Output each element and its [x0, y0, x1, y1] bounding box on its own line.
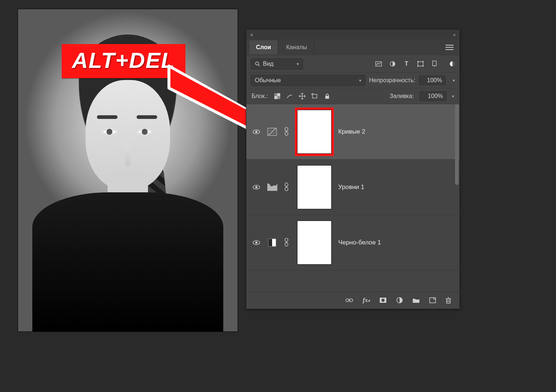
scrollbar-thumb[interactable] [455, 104, 459, 185]
svg-line-4 [258, 65, 260, 66]
lock-position-icon[interactable] [299, 93, 306, 99]
close-panel-button[interactable]: × [250, 32, 253, 38]
visibility-toggle[interactable] [252, 240, 260, 245]
adjustment-thumb-icon[interactable] [267, 183, 277, 192]
portrait-nose [125, 145, 131, 167]
lock-paint-icon[interactable] [286, 93, 293, 99]
layer-row[interactable]: Кривые 2 [246, 104, 459, 160]
svg-rect-14 [274, 93, 277, 96]
layers-panel: × « Слои Каналы Вид ▾ T [246, 29, 460, 309]
svg-rect-7 [418, 62, 423, 66]
svg-rect-34 [267, 184, 268, 191]
svg-point-3 [256, 62, 259, 65]
layer-mask-thumb[interactable] [297, 221, 332, 265]
svg-rect-12 [433, 61, 436, 66]
svg-point-52 [255, 242, 257, 244]
filter-pixel-icon[interactable] [375, 60, 382, 68]
new-adjustment-button[interactable] [396, 297, 403, 304]
chevron-down-icon[interactable]: ▾ [452, 94, 454, 99]
layers-panel-footer: fx▾ [246, 291, 459, 309]
layer-row[interactable]: Черно-белое 1 [246, 215, 459, 271]
lock-transparency-icon[interactable] [274, 93, 281, 99]
mask-link-icon[interactable] [284, 182, 290, 192]
visibility-toggle[interactable] [252, 129, 260, 134]
blend-mode-value: Обычные [255, 77, 281, 84]
filter-type-icon[interactable]: T [403, 60, 410, 68]
filter-adjust-icon[interactable] [389, 60, 396, 68]
layer-search-label: Вид [263, 61, 274, 67]
panel-menu-button[interactable] [443, 42, 456, 52]
layer-name[interactable]: Черно-белое 1 [338, 239, 381, 246]
svg-rect-35 [268, 184, 269, 191]
svg-rect-21 [325, 96, 329, 99]
portrait-eye [101, 128, 118, 135]
layer-mask-thumb[interactable] [297, 110, 332, 154]
blend-mode-select[interactable]: Обычные ▾ [251, 75, 365, 86]
svg-rect-40 [272, 186, 272, 191]
chevron-down-icon: ▾ [359, 78, 361, 83]
visibility-toggle[interactable] [252, 185, 260, 190]
layer-mask-thumb[interactable] [297, 165, 332, 209]
svg-rect-11 [423, 66, 424, 67]
collapse-panel-button[interactable]: « [453, 32, 456, 37]
layer-search-select[interactable]: Вид ▾ [251, 58, 303, 69]
portrait-brow [137, 115, 157, 119]
svg-rect-15 [277, 96, 280, 99]
portrait-brow [97, 115, 118, 119]
shortcut-badge: ALT+DEL [62, 44, 185, 78]
filter-toggle[interactable] [450, 61, 455, 66]
layer-list: Кривые 2Уровни 1Черно-белое 1 [246, 104, 459, 277]
svg-rect-39 [271, 186, 272, 191]
panel-tabs: Слои Каналы [246, 39, 459, 55]
layer-name[interactable]: Уровни 1 [338, 184, 364, 191]
new-group-button[interactable] [412, 297, 420, 303]
svg-rect-47 [277, 184, 277, 191]
mask-link-icon[interactable] [284, 127, 290, 137]
svg-rect-64 [430, 298, 436, 303]
new-layer-button[interactable] [429, 297, 436, 303]
adjustment-thumb-icon[interactable] [267, 238, 277, 247]
layer-filter-bar: T [375, 60, 455, 68]
delete-layer-button[interactable] [445, 297, 451, 304]
tab-channels[interactable]: Каналы [279, 40, 314, 54]
svg-rect-37 [270, 185, 270, 191]
tab-layers[interactable]: Слои [249, 40, 278, 54]
svg-rect-9 [423, 61, 424, 62]
layer-row[interactable]: Уровни 1 [246, 160, 459, 215]
chevron-down-icon[interactable]: ▾ [453, 78, 455, 83]
layer-name[interactable]: Кривые 2 [338, 128, 365, 135]
svg-rect-18 [313, 94, 317, 98]
svg-point-62 [382, 299, 384, 302]
svg-rect-42 [273, 185, 274, 191]
svg-rect-10 [418, 66, 419, 67]
opacity-label: Непрозрачность: [369, 77, 415, 84]
filter-smart-icon[interactable] [431, 60, 438, 68]
fill-label: Заливка: [390, 93, 414, 99]
svg-point-23 [255, 131, 257, 133]
lock-all-icon[interactable] [324, 93, 331, 99]
svg-rect-46 [276, 185, 277, 191]
fx-button[interactable]: fx▾ [363, 297, 370, 304]
fill-value[interactable]: 100% [420, 91, 446, 101]
svg-rect-38 [270, 186, 271, 191]
filter-shape-icon[interactable] [417, 60, 424, 68]
svg-rect-65 [447, 299, 450, 303]
layers-scrollbar[interactable] [455, 104, 459, 277]
svg-rect-43 [274, 185, 275, 191]
svg-rect-36 [269, 184, 270, 191]
adjustment-thumb-icon[interactable] [267, 127, 277, 136]
document-canvas[interactable]: ALT+DEL [18, 9, 238, 332]
lock-label: Блок.: [252, 93, 268, 99]
mask-link-icon[interactable] [284, 237, 290, 248]
opacity-value[interactable]: 100% [419, 76, 445, 85]
panel-titlebar: × « [246, 30, 459, 39]
svg-rect-54 [268, 239, 272, 246]
add-mask-button[interactable] [379, 297, 387, 303]
portrait-torso [32, 192, 223, 332]
svg-point-33 [255, 186, 257, 188]
svg-rect-8 [418, 61, 419, 62]
lock-artboard-icon[interactable] [311, 93, 318, 99]
svg-rect-41 [272, 186, 273, 191]
svg-rect-44 [275, 186, 275, 191]
link-layers-button[interactable] [345, 298, 353, 303]
